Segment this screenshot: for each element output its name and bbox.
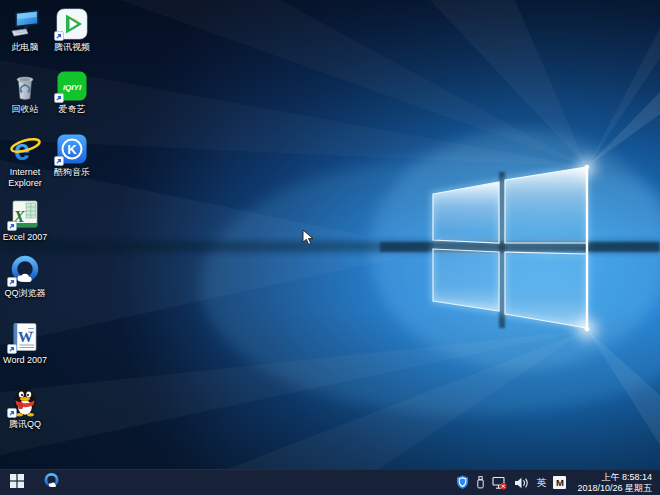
shortcut-arrow-icon (7, 221, 17, 231)
this-pc-icon (9, 8, 41, 40)
icon-label: 回收站 (12, 104, 39, 115)
desktop-icon-kugou-music[interactable]: K 酷狗音乐 (40, 133, 104, 178)
volume-icon[interactable] (514, 470, 529, 495)
icon-label: Word 2007 (3, 355, 47, 366)
kugou-music-icon: K (56, 133, 88, 165)
shortcut-arrow-icon (7, 277, 17, 287)
icon-label: QQ浏览器 (4, 288, 45, 299)
shortcut-arrow-icon (7, 344, 17, 354)
internet-explorer-icon: e (9, 133, 41, 165)
shortcut-arrow-icon (54, 93, 64, 103)
start-button[interactable] (0, 470, 34, 495)
svg-text:K: K (67, 142, 77, 157)
language-indicator[interactable]: 英 (536, 470, 546, 495)
clock-time: 上午 8:58:14 (577, 472, 652, 483)
qq-browser-icon (9, 254, 41, 286)
svg-text:iQIYI: iQIYI (63, 83, 82, 92)
desktop-icon-excel-2007[interactable]: X Excel 2007 (0, 198, 57, 243)
system-tray: 英 M 上午 8:58:14 2018/10/26 星期五 (456, 470, 660, 495)
desktop-icon-tencent-qq[interactable]: 腾讯QQ (0, 385, 57, 430)
taskbar: 英 M 上午 8:58:14 2018/10/26 星期五 (0, 469, 660, 495)
taskbar-item-qq-browser[interactable] (34, 470, 68, 495)
desktop-icon-qq-browser[interactable]: QQ浏览器 (0, 254, 57, 299)
clock-date: 2018/10/26 星期五 (577, 483, 652, 494)
icon-label: 腾讯视频 (54, 42, 90, 53)
desktop-icon-word-2007[interactable]: W Word 2007 (0, 321, 57, 366)
desktop-icon-iqiyi[interactable]: iQIYI 爱奇艺 (40, 70, 104, 115)
icon-label: 酷狗音乐 (54, 167, 90, 178)
excel-icon: X (9, 198, 41, 230)
qq-browser-icon (43, 472, 60, 493)
shortcut-arrow-icon (54, 156, 64, 166)
icon-label: 此电脑 (12, 42, 39, 53)
icon-label: Excel 2007 (3, 232, 48, 243)
recycle-bin-icon (9, 70, 41, 102)
windows-logo-icon (10, 474, 24, 492)
word-icon: W (9, 321, 41, 353)
icon-label: 腾讯QQ (9, 419, 41, 430)
iqiyi-icon: iQIYI (56, 70, 88, 102)
windows-desktop: 此电脑 腾讯视频 (0, 0, 660, 495)
ime-indicator[interactable]: M (553, 476, 566, 489)
shortcut-arrow-icon (54, 31, 64, 41)
desktop-icon-tencent-video[interactable]: 腾讯视频 (40, 8, 104, 53)
taskbar-clock[interactable]: 上午 8:58:14 2018/10/26 星期五 (573, 472, 655, 493)
tencent-video-icon (56, 8, 88, 40)
icon-label: 爱奇艺 (59, 104, 86, 115)
shortcut-arrow-icon (7, 408, 17, 418)
network-disconnected-icon[interactable] (492, 470, 507, 495)
usb-device-icon[interactable] (476, 470, 485, 495)
svg-text:W: W (18, 329, 33, 345)
tencent-qq-icon (9, 385, 41, 417)
security-shield-icon[interactable] (456, 470, 469, 495)
